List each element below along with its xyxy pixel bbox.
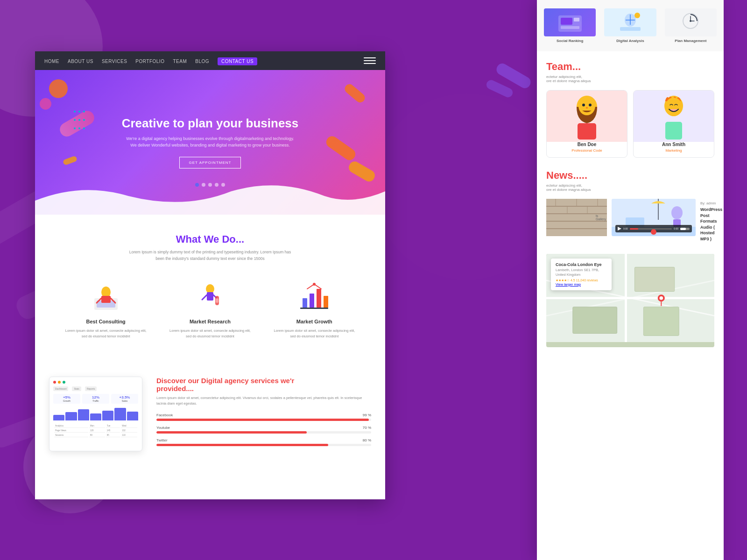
skill-youtube: Youtube 70 % [156,426,371,434]
growth-icon [296,280,333,313]
svg-rect-16 [324,296,328,308]
digital-agency-desc: Lorem ipsum dolor sit amet, consectetur … [156,395,371,406]
team-card-ann: Ann Smith Marketing [633,90,714,158]
svg-rect-7 [207,292,213,301]
growth-desc: Lorem ipsum dolor sit amet, consecte adi… [272,328,357,339]
nav-item-services[interactable]: SERVICES [102,56,127,65]
digital-agency-content: Discover our Digital agency services we'… [156,377,371,451]
svg-rect-62 [634,267,674,291]
view-larger-map-link[interactable]: View larger map [556,282,581,287]
blob-decoration-2 [40,98,51,110]
nav-item-home[interactable]: HOME [44,56,59,65]
service-card-plan-management: Plan Management [662,5,719,47]
main-website-panel: HOME ABOUT US SERVICES PORTFOLIO TEAM BL… [35,51,385,499]
volume-control[interactable] [680,228,690,230]
rp-news-section: News..... ectetur adipiscing elit, ore e… [537,162,724,249]
news-title: News..... [546,169,714,182]
carousel-dot-4[interactable] [215,183,218,187]
svg-point-17 [313,283,316,286]
hero-wave [35,173,385,215]
nav-item-about[interactable]: ABOUT US [68,56,93,65]
service-card-social-ranking: Social Ranking [542,5,598,47]
dash-orange [324,134,358,162]
progress-bar[interactable] [630,228,672,230]
svg-rect-20 [574,18,579,21]
dots-pattern [72,107,86,133]
service-card-digital-analysis: Digital Analysis [602,5,658,47]
svg-rect-25 [620,27,641,31]
services-grid: Best Consulting Lorem ipsum dolor sit am… [49,276,371,344]
svg-rect-12 [300,308,328,309]
svg-point-54 [671,206,683,219]
navigation: HOME ABOUT US SERVICES PORTFOLIO TEAM BL… [35,51,385,70]
svg-point-32 [578,97,595,115]
nav-item-blog[interactable]: BLOG [195,56,209,65]
svg-line-8 [202,295,207,300]
svg-point-35 [586,107,588,109]
map-embed[interactable]: Coca-Cola London Eye Lambeth, London SE1… [546,254,714,347]
news-grid: ts Gallery [546,199,714,242]
hero-title: Creative to plan your business [122,116,299,131]
news-subtitle: ectetur adipiscing elit, ore et dolore m… [546,183,714,192]
svg-rect-19 [561,18,572,25]
what-we-do-section: What We Do... Lorem Ipsum is simply dumm… [35,215,385,363]
blob-decoration-3 [343,82,366,104]
map-rating: ★★★★☆ 4.5 11,040 reviews [556,279,607,282]
hero-subtitle: We're a digital agency helping businesse… [126,135,294,149]
team-subtitle: ectetur adipiscing elit, ore et dolore m… [546,75,714,83]
hero-content: Creative to plan your business We're a d… [122,116,299,169]
svg-point-33 [582,104,585,106]
carousel-dot-1[interactable] [195,183,199,187]
play-button[interactable] [618,227,621,231]
news-meta-text: By: admin WordPress Post Formats Audio (… [700,199,722,242]
svg-rect-3 [101,296,111,303]
skill-facebook: Facebook 99 % [156,413,371,421]
news-player: 0:00 0:00 [612,199,696,236]
svg-rect-39 [665,122,682,140]
ben-role: Professional Code [547,148,627,153]
dashboard-mockup: Dashboard Stats Reports +5%Growth 12%Tra… [49,377,142,451]
ann-role: Marketing [634,148,714,153]
svg-rect-63 [573,307,617,333]
rp-map-section: Coca-Cola London Eye Lambeth, London SE1… [537,249,724,352]
service-research: Market Research Lorem ipsum dolor sit am… [162,276,257,344]
digital-agency-title: Discover our Digital agency services we'… [156,377,371,392]
svg-point-26 [634,13,640,18]
rp-services-top: Social Ranking Digital Analysis [537,0,724,51]
svg-point-30 [690,20,691,22]
what-we-do-subtitle: Lorem Ipsum is simply dummy text of the … [128,249,292,262]
carousel-dots [195,183,225,187]
rp-team-section: Team... ectetur adipiscing elit, ore et … [537,51,724,162]
nav-item-team[interactable]: TEAM [173,56,187,65]
consulting-title: Best Consulting [63,319,148,324]
hero-section: Creative to plan your business We're a d… [35,70,385,215]
news-image-1: ts Gallery [546,199,607,236]
ben-avatar [547,91,627,142]
nav-item-portfolio[interactable]: PORTFOLIO [135,56,164,65]
svg-rect-13 [303,298,307,308]
svg-rect-36 [578,123,596,140]
research-icon [191,280,229,313]
ann-name: Ann Smith [634,142,714,147]
blob-decoration-5 [63,155,78,166]
ann-avatar [634,91,714,142]
get-appointment-button[interactable]: GET APPOINTMENT [179,157,241,168]
carousel-dot-5[interactable] [221,183,225,187]
nav-items: HOME ABOUT US SERVICES PORTFOLIO TEAM BL… [44,56,354,65]
blob-decoration-1 [49,79,68,98]
svg-rect-15 [317,289,321,308]
svg-rect-21 [561,26,579,29]
nav-item-contact[interactable]: CONTACT US [218,56,257,65]
svg-rect-11 [216,298,218,303]
hamburger-menu[interactable] [364,56,376,65]
map-overlay: Coca-Cola London Eye Lambeth, London SE1… [551,259,612,290]
carousel-dot-2[interactable] [202,183,205,187]
skill-twitter: Twitter 80 % [156,438,371,446]
svg-point-66 [660,296,663,300]
service-consulting: Best Consulting Lorem ipsum dolor sit am… [58,276,153,344]
consulting-desc: Lorem ipsum dolor sit amet, consecte adi… [63,328,148,339]
right-panel: Social Ranking Digital Analysis [537,0,724,560]
svg-point-34 [589,104,592,106]
carousel-dot-3[interactable] [208,183,212,187]
news-gallery-label: ts Gallery [596,214,607,221]
